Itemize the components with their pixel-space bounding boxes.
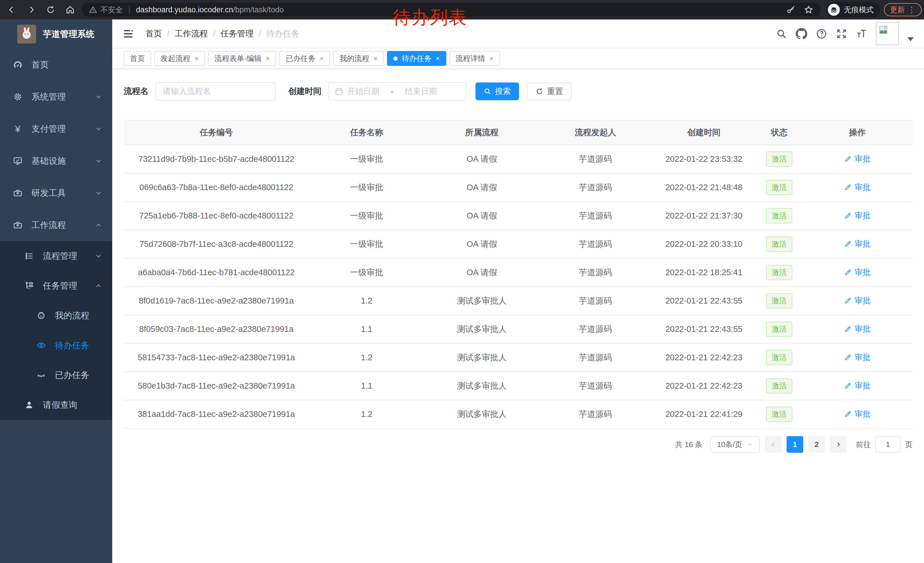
table-row[interactable]: 069c6a63-7b8a-11ec-8ef0-acde48001122 一级审… <box>124 173 912 201</box>
status-badge: 激活 <box>766 350 792 365</box>
avatar-caret-icon[interactable] <box>908 37 914 41</box>
table-row[interactable]: 8f0d1619-7ac8-11ec-a9e2-a2380e71991a 1.2… <box>124 287 912 315</box>
bookmark-star-icon[interactable] <box>804 5 813 15</box>
workflow-submenu: 流程管理 任务管理 我的流程 待办任务 已办任务 <box>0 241 112 420</box>
page-button-1[interactable]: 1 <box>787 436 803 453</box>
sidebar-item-leave[interactable]: 请假查询 <box>0 390 112 420</box>
reload-icon[interactable] <box>46 5 56 15</box>
cell-starter: 芋道源码 <box>539 315 651 343</box>
approve-link[interactable]: 审批 <box>844 267 871 278</box>
list-icon <box>23 250 36 262</box>
avatar[interactable] <box>876 23 899 45</box>
cell-create-time: 2022-01-21 22:42:23 <box>651 343 756 372</box>
github-icon[interactable] <box>796 28 807 39</box>
sidebar-item-label: 首页 <box>32 59 49 71</box>
sidebar-item-task-mgmt[interactable]: 任务管理 <box>0 271 112 301</box>
approve-link[interactable]: 审批 <box>844 153 871 164</box>
tab-close-icon[interactable]: × <box>320 55 324 62</box>
chevron-down-icon <box>94 157 102 165</box>
font-size-icon[interactable] <box>856 28 867 39</box>
app-logo-row[interactable]: 芋道管理系统 <box>0 20 112 49</box>
sidebar-item-todo[interactable]: 待办任务 <box>0 330 112 360</box>
tab-todo-tasks[interactable]: 待办任务× <box>387 51 446 66</box>
tab-start-process[interactable]: 发起流程× <box>154 51 205 66</box>
tab-close-icon[interactable]: × <box>489 55 494 62</box>
table-row[interactable]: 725a1eb6-7b88-11ec-8ef0-acde48001122 一级审… <box>124 201 912 230</box>
sidebar-item-process-mgmt[interactable]: 流程管理 <box>0 241 112 271</box>
table-row[interactable]: 8f059c03-7ac8-11ec-a9e2-a2380e71991a 1.1… <box>124 315 912 343</box>
sidebar-item-pay[interactable]: ¥ 支付管理 <box>0 113 112 145</box>
sidebar-item-done[interactable]: 已办任务 <box>0 360 112 390</box>
page-button-2[interactable]: 2 <box>808 436 825 453</box>
goto-page-input[interactable] <box>875 436 900 453</box>
breadcrumb-item[interactable]: 工作流程 <box>175 28 208 39</box>
approve-link[interactable]: 审批 <box>844 182 871 193</box>
tab-close-icon[interactable]: × <box>194 55 199 62</box>
tab-done-tasks[interactable]: 已办任务× <box>279 51 330 66</box>
sidebar-item-home[interactable]: 首页 <box>0 49 112 81</box>
fullscreen-icon[interactable] <box>836 28 847 39</box>
approve-link[interactable]: 审批 <box>844 324 871 335</box>
cell-task-name: 1.1 <box>309 315 424 343</box>
reset-button[interactable]: 重置 <box>527 83 572 100</box>
breadcrumb-item[interactable]: 首页 <box>146 28 162 39</box>
sidebar-item-workflow[interactable]: 工作流程 <box>0 209 112 241</box>
end-date-placeholder: 结束日期 <box>405 86 437 97</box>
table-row[interactable]: 381aa1dd-7ac8-11ec-a9e2-a2380e71991a 1.2… <box>124 400 912 428</box>
update-label: 更新 <box>890 5 905 15</box>
table-row[interactable]: 580e1b3d-7ac8-11ec-a9e2-a2380e71991a 1.1… <box>124 372 912 400</box>
table-row[interactable]: 73211d9d-7b9b-11ec-b5b7-acde48001122 一级审… <box>124 145 912 173</box>
table-row[interactable]: 58154733-7ac8-11ec-a9e2-a2380e71991a 1.2… <box>124 343 912 372</box>
approve-link[interactable]: 审批 <box>844 408 871 419</box>
tab-form-edit[interactable]: 流程表单-编辑× <box>208 51 276 66</box>
toolbox-icon <box>12 187 24 199</box>
range-separator: - <box>391 87 393 96</box>
robot-face-icon <box>35 309 48 322</box>
sidebar-item-my-process[interactable]: 我的流程 <box>0 301 112 330</box>
sidebar-collapse-icon[interactable] <box>123 28 134 39</box>
not-secure-icon <box>89 6 97 14</box>
approve-link[interactable]: 审批 <box>844 239 871 249</box>
search-button-label: 搜索 <box>495 86 511 97</box>
table-row[interactable]: 75d72608-7b7f-11ec-a3c8-acde48001122 一级审… <box>124 230 912 258</box>
chevron-down-icon <box>94 189 102 197</box>
back-icon[interactable] <box>7 5 16 15</box>
approve-link[interactable]: 审批 <box>844 352 871 363</box>
cell-process: 测试多审批人 <box>424 343 539 372</box>
tab-my-process[interactable]: 我的流程× <box>333 51 384 66</box>
prev-page-button[interactable] <box>765 436 782 453</box>
breadcrumb-item[interactable]: 任务管理 <box>220 28 254 39</box>
search-button[interactable]: 搜索 <box>476 83 519 100</box>
tab-home[interactable]: 首页 <box>124 51 151 66</box>
browser-menu-icon[interactable]: ⋮ <box>908 5 916 15</box>
cell-task-id: 8f059c03-7ac8-11ec-a9e2-a2380e71991a <box>124 315 309 343</box>
tab-close-icon[interactable]: × <box>266 55 270 62</box>
date-range-picker[interactable]: 开始日期 - 结束日期 <box>328 82 466 101</box>
tab-close-icon[interactable]: × <box>373 55 378 62</box>
approve-link[interactable]: 审批 <box>844 295 871 306</box>
process-name-input[interactable] <box>155 82 276 101</box>
tab-label: 已办任务 <box>286 54 315 63</box>
cell-task-name: 1.2 <box>309 287 424 315</box>
sidebar-item-system[interactable]: 系统管理 <box>0 81 112 113</box>
page-size-select[interactable]: 10条/页 <box>711 436 760 453</box>
search-icon[interactable] <box>776 28 787 39</box>
approve-link[interactable]: 审批 <box>844 380 871 391</box>
cell-starter: 芋道源码 <box>539 230 651 258</box>
table-row[interactable]: a6aba0a4-7b6d-11ec-b781-acde48001122 一级审… <box>124 258 912 287</box>
sidebar-item-dev[interactable]: 研发工具 <box>0 177 112 209</box>
approve-link[interactable]: 审批 <box>844 210 871 221</box>
home-icon[interactable] <box>65 5 75 15</box>
cell-starter: 芋道源码 <box>539 343 651 372</box>
password-key-icon[interactable] <box>786 5 796 15</box>
sidebar-item-infra[interactable]: 基础设施 <box>0 145 112 177</box>
approve-label: 审批 <box>855 408 871 419</box>
forward-icon[interactable] <box>26 5 36 15</box>
cell-task-id: 381aa1dd-7ac8-11ec-a9e2-a2380e71991a <box>124 400 309 428</box>
tab-close-icon[interactable]: × <box>435 55 440 62</box>
help-icon[interactable] <box>816 28 827 39</box>
update-button[interactable]: 更新 ⋮ <box>884 3 922 17</box>
task-table: 任务编号 任务名称 所属流程 流程发起人 创建时间 状态 操作 73211d9d… <box>124 120 912 429</box>
tab-process-detail[interactable]: 流程详情× <box>449 51 500 66</box>
next-page-button[interactable] <box>830 436 847 453</box>
